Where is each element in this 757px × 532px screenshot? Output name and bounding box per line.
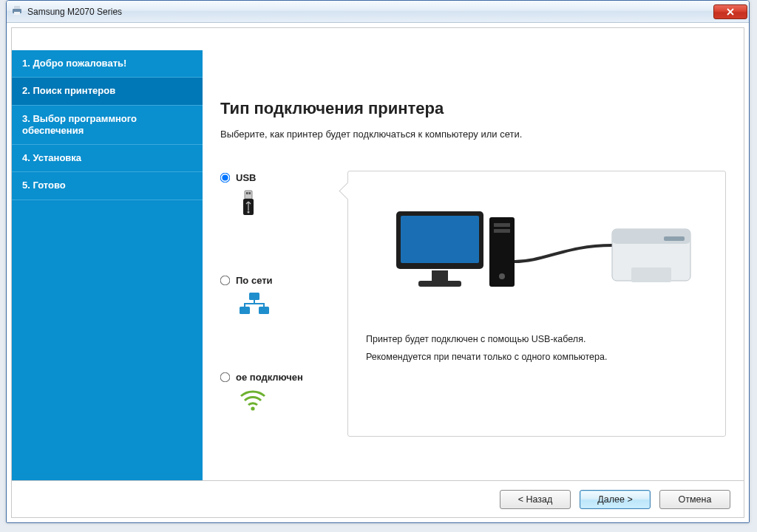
preview-panel: Принтер будет подключен с помощью USB-ка… [347,171,726,437]
content-border: 1. Добро пожаловать! 2. Поиск принтеров … [11,27,744,518]
step-done[interactable]: 5. Готово [12,172,203,200]
svg-rect-9 [240,307,250,314]
usb-icon [238,189,259,222]
svg-rect-5 [249,192,251,194]
step-label: 1. Добро пожаловать! [22,58,126,69]
svg-rect-13 [401,216,479,263]
back-button[interactable]: < Назад [500,490,571,509]
option-network-radio[interactable] [220,276,231,286]
page-subheading: Выберите, как принтер будет подключаться… [220,129,726,140]
option-network-label: По сети [236,275,273,286]
step-welcome[interactable]: 1. Добро пожаловать! [12,50,203,78]
preview-description: Принтер будет подключен с помощью USB-ка… [366,331,707,366]
header-strip [12,28,744,50]
step-label: 4. Установка [22,152,81,163]
option-usb-label-row[interactable]: USB [220,172,256,183]
svg-point-19 [499,273,505,279]
step-label: 3. Выбор программного обеспечения [22,113,137,136]
option-wireless[interactable]: ое подключен [220,372,347,414]
cancel-button-label: Отмена [679,494,712,505]
option-wireless-label-row[interactable]: ое подключен [220,372,303,383]
option-wireless-label: ое подключен [236,372,303,383]
window-title-wrap: Samsung M2070 Series [11,4,122,18]
svg-rect-17 [494,223,510,227]
step-label: 5. Готово [22,180,66,191]
preview-line-1: Принтер будет подключен с помощью USB-ка… [366,331,707,349]
network-icon [238,292,271,318]
step-search-printers[interactable]: 2. Поиск принтеров [12,78,203,105]
cancel-button[interactable]: Отмена [659,490,730,509]
footer: < Назад Далее > Отмена [12,480,744,517]
titlebar: Samsung M2070 Series [7,1,749,23]
option-wireless-radio[interactable] [220,372,231,383]
option-network-label-row[interactable]: По сети [220,275,273,286]
svg-rect-23 [664,236,685,241]
svg-point-7 [248,211,250,214]
svg-rect-10 [259,307,269,314]
close-button[interactable] [713,4,747,19]
installer-window: Samsung M2070 Series 1. Добро пожаловать… [6,0,750,523]
content: Тип подключения принтера Выберите, как п… [203,50,744,480]
options-row: USB [220,171,726,437]
svg-rect-8 [249,293,259,300]
connection-options: USB [220,171,347,414]
printer-icon [11,4,23,18]
svg-rect-18 [494,229,510,233]
svg-rect-4 [246,192,248,194]
option-network[interactable]: По сети [220,275,347,318]
main-area: 1. Добро пожаловать! 2. Поиск принтеров … [12,50,744,480]
step-label: 2. Поиск принтеров [22,85,115,96]
svg-rect-2 [14,12,20,15]
back-button-label: < Назад [518,494,553,505]
svg-rect-22 [631,267,671,282]
next-button[interactable]: Далее > [580,490,651,509]
svg-rect-1 [14,6,20,9]
svg-rect-15 [418,281,461,287]
wifi-icon [238,389,268,414]
option-usb-label: USB [236,172,256,183]
step-software[interactable]: 3. Выбор программного обеспечения [12,106,203,146]
content-wrap: 1. Добро пожаловать! 2. Поиск принтеров … [7,23,749,522]
page-heading: Тип подключения принтера [220,99,726,118]
next-button-label: Далее > [597,494,632,505]
option-usb-radio[interactable] [220,173,231,183]
sidebar: 1. Добро пожаловать! 2. Поиск принтеров … [12,50,203,480]
svg-rect-3 [245,191,252,199]
svg-rect-14 [432,270,448,281]
usb-illustration [366,194,707,304]
option-usb[interactable]: USB [220,172,347,222]
window-title: Samsung M2070 Series [27,7,122,17]
preview-line-2: Рекомендуется при печати только с одного… [366,349,707,366]
step-install[interactable]: 4. Установка [12,145,203,172]
close-icon [727,8,734,16]
svg-point-11 [251,406,254,410]
